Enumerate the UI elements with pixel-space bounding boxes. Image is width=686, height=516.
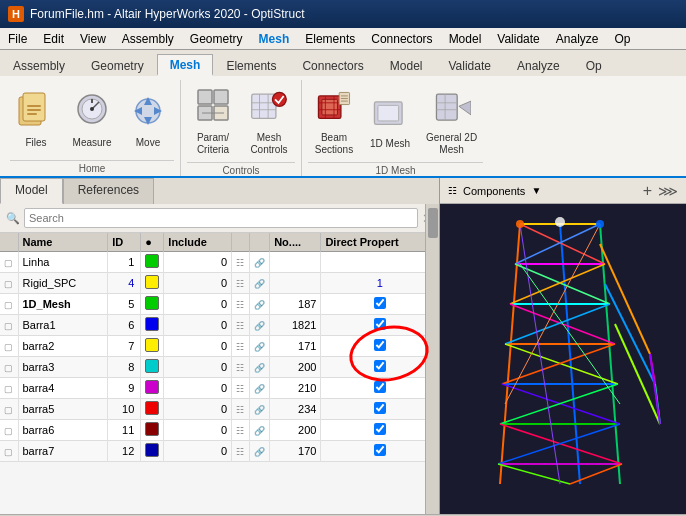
mesh-controls-button[interactable]: MeshControls [243,80,295,160]
components-icon: ☷ [448,185,457,196]
row-no: 200 [270,357,321,378]
add-component-button[interactable]: + [643,182,652,200]
beam-sections-button[interactable]: BeamSections [308,80,360,160]
row-color[interactable] [141,399,164,420]
table-row[interactable]: ▢ barra6 11 0 ☷ 🔗 200 [0,420,439,441]
table-row[interactable]: ▢ barra7 12 0 ☷ 🔗 170 [0,441,439,462]
menu-analyze[interactable]: Analyze [548,30,607,48]
row-color[interactable] [141,273,164,294]
row-id: 8 [108,357,141,378]
direct-prop-checkbox[interactable] [374,381,386,393]
scroll-thumb[interactable] [428,208,438,238]
tab-mesh[interactable]: Mesh [157,54,214,76]
search-bar: 🔍 ✕ [0,204,439,233]
row-direct-prop[interactable] [321,357,439,378]
menu-mesh[interactable]: Mesh [251,30,298,48]
row-color[interactable] [141,336,164,357]
row-color[interactable] [141,315,164,336]
menu-connectors[interactable]: Connectors [363,30,440,48]
tab-connectors[interactable]: Connectors [289,54,376,76]
param-criteria-button[interactable]: Param/Criteria [187,80,239,160]
row-color[interactable] [141,378,164,399]
measure-button[interactable]: Measure [66,85,118,153]
col-id[interactable]: ID [108,233,141,252]
row-direct-prop[interactable] [321,441,439,462]
row-direct-prop[interactable] [321,378,439,399]
param-criteria-icon [193,84,233,132]
files-button[interactable]: Files [10,85,62,153]
row-icon1: ☷ [232,441,250,462]
tab-op[interactable]: Op [573,54,615,76]
direct-prop-checkbox[interactable] [374,444,386,456]
col-color[interactable]: ● [141,233,164,252]
move-button[interactable]: Move [122,85,174,153]
direct-prop-checkbox[interactable] [374,360,386,372]
row-color[interactable] [141,441,164,462]
direct-prop-checkbox[interactable] [374,402,386,414]
table-row[interactable]: ▢ Rigid_SPC 4 0 ☷ 🔗 1 [0,273,439,294]
row-name: barra7 [18,441,108,462]
row-icon2: 🔗 [250,399,270,420]
tab-geometry[interactable]: Geometry [78,54,157,76]
direct-prop-checkbox[interactable] [374,297,386,309]
menu-model[interactable]: Model [441,30,490,48]
table-row[interactable]: ▢ barra2 7 0 ☷ 🔗 171 [0,336,439,357]
1d-mesh-button[interactable]: 1D Mesh [364,86,416,154]
tab-analyze[interactable]: Analyze [504,54,573,76]
table-row[interactable]: ▢ Linha 1 0 ☷ 🔗 [0,252,439,273]
nav-component-button[interactable]: ⋙ [658,183,678,199]
row-color[interactable] [141,252,164,273]
row-direct-prop[interactable] [321,315,439,336]
row-icon2: 🔗 [250,252,270,273]
menu-edit[interactable]: Edit [35,30,72,48]
menu-op[interactable]: Op [607,30,639,48]
table-row[interactable]: ▢ barra4 9 0 ☷ 🔗 210 [0,378,439,399]
direct-prop-checkbox[interactable] [374,339,386,351]
row-direct-prop[interactable] [321,420,439,441]
components-dropdown-icon[interactable]: ▼ [531,185,541,196]
table-row[interactable]: ▢ Barra1 6 0 ☷ 🔗 1821 [0,315,439,336]
table-row[interactable]: ▢ 1D_Mesh 5 0 ☷ 🔗 187 [0,294,439,315]
vertical-scrollbar[interactable] [425,204,439,514]
tab-elements[interactable]: Elements [213,54,289,76]
col-directprop[interactable]: Direct Propert [321,233,439,252]
direct-prop-checkbox[interactable] [374,423,386,435]
row-color[interactable] [141,294,164,315]
row-direct-prop[interactable] [321,252,439,273]
col-include[interactable]: Include [164,233,232,252]
tab-model[interactable]: Model [377,54,436,76]
row-direct-prop[interactable] [321,294,439,315]
tab-assembly[interactable]: Assembly [0,54,78,76]
search-input[interactable] [24,208,418,228]
tab-validate[interactable]: Validate [435,54,503,76]
row-direct-prop[interactable] [321,399,439,420]
menu-view[interactable]: View [72,30,114,48]
menu-geometry[interactable]: Geometry [182,30,251,48]
direct-prop-checkbox[interactable] [374,318,386,330]
row-color[interactable] [141,357,164,378]
row-direct-prop[interactable]: 1 [321,273,439,294]
row-no: 234 [270,399,321,420]
gen2d-mesh-icon [432,84,472,132]
row-direct-prop[interactable] [321,336,439,357]
beam-sections-icon [314,84,354,132]
row-include: 0 [164,273,232,294]
panel-tab-model[interactable]: Model [0,178,63,204]
menu-assembly[interactable]: Assembly [114,30,182,48]
menu-file[interactable]: File [0,30,35,48]
row-icon2: 🔗 [250,315,270,336]
menu-validate[interactable]: Validate [489,30,547,48]
svg-point-77 [555,217,565,227]
table-row[interactable]: ▢ barra3 8 0 ☷ 🔗 200 [0,357,439,378]
col-icon [0,233,18,252]
panel-tab-references[interactable]: References [63,178,154,204]
menu-elements[interactable]: Elements [297,30,363,48]
row-color[interactable] [141,420,164,441]
left-panel: Model References 🔍 ✕ Name ID ● Include [0,178,440,514]
col-no[interactable]: No.... [270,233,321,252]
table-row[interactable]: ▢ barra5 10 0 ☷ 🔗 234 [0,399,439,420]
row-name: Linha [18,252,108,273]
col-name[interactable]: Name [18,233,108,252]
gen2d-mesh-button[interactable]: General 2DMesh [420,80,483,160]
row-icon1: ☷ [232,273,250,294]
